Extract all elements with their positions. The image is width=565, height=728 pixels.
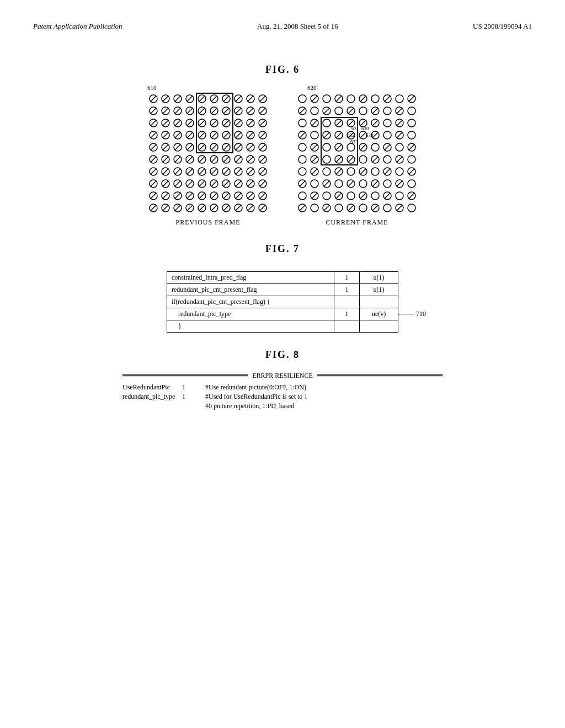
svg-line-59 [260, 120, 265, 126]
curr-cell [321, 202, 333, 214]
prev-cell [257, 105, 269, 117]
svg-line-29 [199, 108, 205, 114]
svg-line-321 [397, 181, 402, 186]
curr-cell [345, 178, 357, 190]
svg-point-266 [323, 143, 331, 151]
prev-frame-number-label: 610 [147, 84, 157, 91]
svg-line-125 [175, 169, 180, 174]
curr-cell [296, 165, 308, 178]
svg-point-305 [396, 168, 403, 175]
svg-line-315 [348, 181, 354, 186]
curr-cell [333, 93, 345, 105]
prev-cell [208, 153, 220, 165]
svg-line-345 [348, 205, 354, 211]
curr-cell [308, 93, 321, 105]
svg-line-133 [223, 169, 229, 174]
curr-cell [296, 105, 308, 117]
curr-cell [333, 190, 345, 202]
curr-cell [345, 153, 357, 165]
svg-point-206 [347, 95, 355, 103]
svg-line-143 [163, 181, 168, 186]
prev-cell [220, 117, 232, 129]
svg-line-239 [360, 120, 366, 126]
curr-cell [321, 165, 333, 178]
prev-cell [196, 165, 208, 178]
svg-point-209 [371, 95, 379, 103]
curr-cell [369, 141, 381, 153]
prev-cell [172, 117, 184, 129]
svg-line-261 [397, 132, 402, 138]
prev-cell [208, 202, 220, 214]
curr-cell [296, 178, 308, 190]
prev-cell [159, 165, 172, 178]
prev-cell [232, 129, 244, 141]
prev-cell [220, 178, 232, 190]
svg-line-57 [248, 120, 253, 126]
curr-cell [381, 165, 393, 178]
svg-point-293 [299, 168, 306, 175]
svg-line-127 [187, 169, 193, 174]
svg-line-342 [324, 205, 329, 211]
curr-cell [308, 129, 321, 141]
errpr-comment: #Used for UseRedundantPic is set to 1 [205, 393, 307, 401]
curr-cell [381, 178, 393, 190]
curr-cell [357, 153, 369, 165]
svg-line-185 [175, 205, 180, 211]
prev-cell [244, 202, 257, 214]
svg-line-167 [187, 193, 193, 199]
svg-line-205 [336, 96, 342, 101]
svg-line-9 [199, 96, 205, 101]
double-line-left [122, 374, 248, 377]
table-cell-code: } [167, 320, 334, 333]
table-cell-type [360, 296, 398, 308]
svg-line-73 [223, 132, 229, 138]
svg-line-175 [236, 193, 241, 199]
prev-cell [147, 202, 159, 214]
svg-line-107 [187, 157, 193, 162]
svg-point-313 [335, 180, 343, 188]
svg-line-325 [312, 193, 317, 199]
prev-cell [172, 165, 184, 178]
prev-cell [196, 153, 208, 165]
curr-cell [357, 93, 369, 105]
svg-line-189 [199, 205, 205, 211]
curr-cell [393, 129, 406, 141]
syntax-table: constrained_intra_pred_flag1u(1)redundan… [167, 271, 398, 333]
table-cell-num [334, 296, 360, 308]
svg-line-23 [163, 108, 168, 114]
curr-cell [393, 105, 406, 117]
fig7-title: FIG. 7 [33, 243, 532, 255]
prev-cell [220, 141, 232, 153]
curr-frame: 620 631 630 632 634 633 CURRENT FRAME [296, 84, 418, 227]
curr-cell [345, 190, 357, 202]
svg-point-335 [396, 192, 403, 200]
prev-cell [159, 141, 172, 153]
prev-cell [244, 178, 257, 190]
curr-cell [357, 105, 369, 117]
svg-line-283 [336, 157, 342, 162]
prev-frame: 610 PREVIOUS FRAME [147, 84, 269, 227]
fig7-container: constrained_intra_pred_flag1u(1)redundan… [167, 271, 398, 333]
prev-cell [232, 105, 244, 117]
prev-cell [196, 105, 208, 117]
svg-line-89 [199, 144, 205, 150]
curr-cell [296, 93, 308, 105]
curr-cell [406, 190, 418, 202]
prev-cell [159, 190, 172, 202]
svg-point-262 [408, 131, 415, 139]
prev-cell [184, 165, 196, 178]
errpr-comments: #Use redundant picture(0:OFF, 1:ON)#Used… [205, 383, 307, 410]
prev-cell [220, 129, 232, 141]
prev-cell [196, 129, 208, 141]
svg-line-129 [199, 169, 205, 174]
header: Patent Application Publication Aug. 21, … [33, 22, 532, 31]
curr-cell [406, 141, 418, 153]
prev-cell [172, 190, 184, 202]
svg-line-183 [163, 205, 168, 211]
curr-cell [381, 190, 393, 202]
svg-line-169 [199, 193, 205, 199]
svg-point-217 [311, 107, 318, 115]
curr-cell [357, 190, 369, 202]
curr-cell [357, 165, 369, 178]
errpr-comment: #Use redundant picture(0:OFF, 1:ON) [205, 383, 307, 392]
